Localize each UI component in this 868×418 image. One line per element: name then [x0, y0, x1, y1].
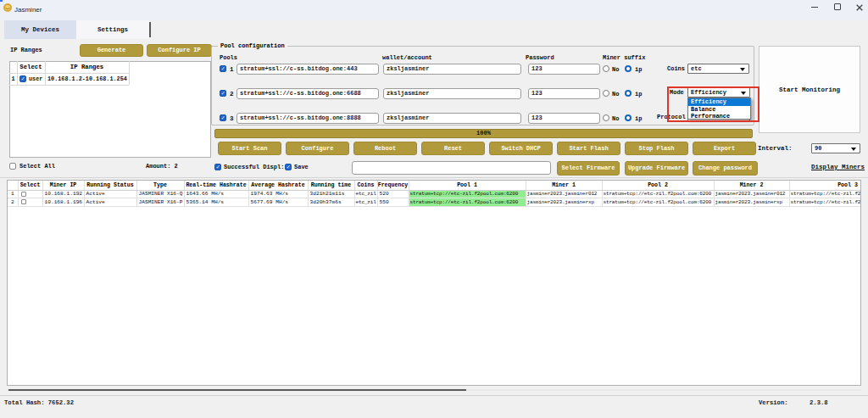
generate-button[interactable]: Generate	[80, 44, 143, 57]
pool2-password-input[interactable]: 123	[528, 88, 600, 99]
miner-row-2-checkbox[interactable]	[21, 199, 26, 204]
configure-ip-button[interactable]: Configure IP	[147, 44, 212, 57]
ip-ranges-label: IP Ranges	[10, 47, 42, 53]
upgrade-firmware-button[interactable]: Upgrade Firmware	[625, 161, 688, 176]
pool1-suffix-ip-label: ip	[635, 66, 642, 73]
mode-highlight-rectangle	[667, 86, 760, 122]
col-pool2: Pool 2	[602, 181, 714, 190]
window-title: Jasminer	[14, 5, 42, 15]
export-button[interactable]: Export	[693, 142, 756, 155]
version-value: 2.3.8	[810, 399, 828, 406]
ip-row-checkbox[interactable]: ✓	[19, 75, 26, 82]
col-miner-ip: Miner IP	[42, 181, 84, 190]
row-number-cell: 2	[8, 198, 18, 207]
save-checkbox[interactable]: ✓	[285, 164, 292, 170]
display-miners-link[interactable]: Display Miners	[811, 164, 865, 170]
miner-ip-cell: 10.168.1.196	[42, 198, 84, 207]
pool1-cell: stratum+tcp://etc-zil.f2pool.com:6200	[409, 190, 526, 198]
pool3-cell: stratum+tcp://etc-zil.f2pool.com:6200	[789, 198, 861, 207]
miner-suffix-label: Miner suffix	[603, 54, 645, 61]
horizontal-scrollbar-thumb[interactable]	[8, 389, 466, 391]
col-running-time: Running time	[308, 181, 354, 190]
total-hash-label: Total Hash: 7652.32	[4, 399, 74, 406]
tab-my-devices[interactable]: My Devices	[4, 20, 76, 39]
ip-table-gridline-h2	[9, 85, 129, 86]
start-scan-button[interactable]: Start Scan	[218, 142, 281, 155]
reboot-button[interactable]: Reboot	[353, 142, 417, 155]
interval-select[interactable]: 90	[811, 143, 860, 153]
ip-table-gridline-h1	[9, 73, 129, 74]
pool2-checkbox[interactable]: ✓	[220, 90, 226, 97]
coins-cell: etc_zil	[354, 190, 377, 198]
select-all-label: Select All	[19, 163, 55, 170]
pool3-cell: stratum+tcp://etc-zil.f2pool.com:6200	[789, 190, 861, 198]
filter-input[interactable]	[352, 161, 551, 175]
jasminer-window: Jasminer My Devices Settings IP Ranges G…	[0, 0, 868, 418]
miner-row-1[interactable]: 1 10.168.1.192 Active JASMINER X16-Q 164…	[8, 190, 861, 198]
save-label: Save	[294, 164, 309, 170]
pool2-suffix-ip-radio[interactable]	[625, 90, 632, 97]
miner1-cell: jasminer2023.jasminerxp	[526, 198, 602, 207]
pool3-suffix-ip-label: ip	[635, 115, 642, 122]
miner-ip-cell: 10.168.1.192	[42, 190, 84, 198]
col-rt-hashrate: Real-time Hashrate	[184, 181, 248, 190]
minimize-icon[interactable]	[811, 7, 818, 8]
ip-row-range[interactable]: 10.168.1.2-10.168.1.254	[47, 75, 127, 84]
ip-table-header-ranges: IP Ranges	[45, 63, 129, 72]
start-flash-button[interactable]: Start Flash	[557, 142, 620, 155]
pool1-wallet-input[interactable]: zksljasminer	[383, 64, 521, 75]
col-pool3: Pool 3	[789, 181, 861, 190]
tab-divider	[149, 22, 151, 37]
pool1-suffix-no-radio[interactable]	[603, 65, 609, 72]
pool1-url-input[interactable]: stratum+ssl://c-ss.bitdog.one:443	[236, 64, 379, 75]
coins-value: etc	[691, 65, 702, 72]
miner-row-1-checkbox[interactable]	[21, 192, 26, 197]
avg-hashrate-cell: 5677.69 MH/s	[248, 198, 308, 207]
pool3-password-input[interactable]: 123	[528, 113, 600, 124]
type-cell: JASMINER X16-P	[136, 198, 184, 207]
switch-dhcp-button[interactable]: Switch DHCP	[489, 142, 553, 155]
pool-configuration-title: Pool configuration	[218, 42, 287, 50]
reset-button[interactable]: Reset	[421, 142, 485, 155]
app-icon	[3, 3, 12, 12]
pool3-number: 3	[230, 115, 234, 122]
scan-progress-bar: 100%	[214, 129, 753, 138]
pool3-suffix-ip-radio[interactable]	[625, 114, 632, 121]
col-type: Type	[136, 181, 184, 190]
pool3-suffix-no-radio[interactable]	[603, 114, 609, 121]
configure-button[interactable]: Configure	[286, 142, 349, 155]
col-miner2: Miner 2	[714, 181, 789, 190]
change-password-button[interactable]: Change password	[693, 161, 758, 176]
close-icon[interactable]	[856, 4, 863, 11]
pool2-url-input[interactable]: stratum+ssl://c-ss.bitdog.one:6688	[236, 88, 379, 99]
rt-hashrate-cell: 5365.14 MH/s	[184, 198, 248, 207]
title-bar	[0, 0, 868, 20]
pool1-checkbox[interactable]: ✓	[220, 65, 226, 72]
status-bar	[0, 395, 868, 418]
pool2-suffix-no-label: No	[612, 91, 619, 98]
pool3-checkbox[interactable]: ✓	[220, 114, 226, 121]
coins-select-arrow	[740, 68, 745, 71]
pool1-password-input[interactable]: 123	[528, 64, 600, 75]
maximize-icon[interactable]	[834, 3, 841, 10]
running-time-cell: 3d21h21m11s	[308, 190, 354, 198]
successful-display-checkbox[interactable]: ✓	[214, 164, 221, 170]
select-all-checkbox[interactable]	[9, 163, 16, 170]
start-monitoring-button[interactable]: Start Monitoring	[759, 46, 860, 133]
running-status-cell: Active	[84, 198, 136, 207]
stop-flash-button[interactable]: Stop Flash	[625, 142, 688, 155]
select-firmware-button[interactable]: Select Firmware	[557, 161, 620, 176]
ip-row-name: user	[29, 75, 42, 84]
pool3-wallet-input[interactable]: zksljasminer	[383, 113, 521, 124]
miners-table-grid: Select Miner IP Running Status Type Real…	[8, 181, 861, 207]
pool2-suffix-no-radio[interactable]	[603, 90, 609, 97]
col-running-status: Running Status	[84, 181, 136, 190]
pool2-wallet-input[interactable]: zksljasminer	[383, 88, 521, 99]
pool3-url-input[interactable]: stratum+ssl://c-ss.bitdog.one:8888	[236, 113, 379, 124]
col-frequency: Frequency	[377, 181, 409, 190]
pool1-suffix-ip-radio[interactable]	[625, 65, 632, 72]
coins-select[interactable]: etc	[687, 64, 749, 74]
coins-label: Coins	[667, 65, 685, 72]
miner-row-2[interactable]: 2 10.168.1.196 Active JASMINER X16-P 536…	[8, 198, 861, 207]
tab-settings[interactable]: Settings	[76, 20, 149, 39]
